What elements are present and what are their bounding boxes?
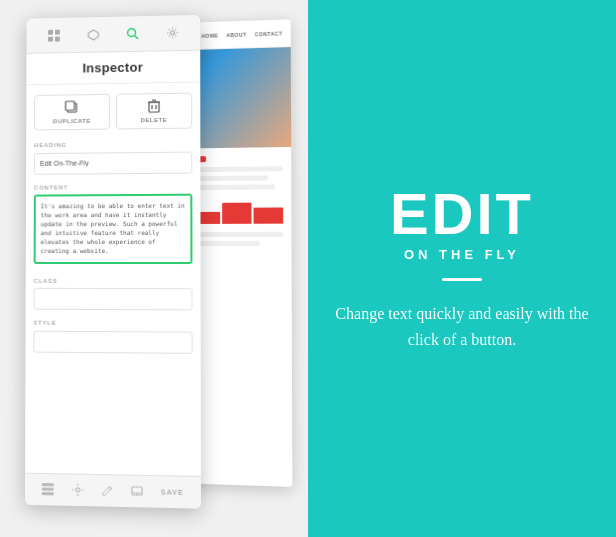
sub-title: ON THE FLY	[404, 247, 520, 262]
nav-item-contact: CONTACT	[255, 30, 283, 37]
svg-point-4	[127, 29, 135, 37]
svg-rect-1	[55, 29, 60, 34]
content-textarea[interactable]: It's amazing to be able to enter text in…	[34, 193, 193, 263]
nav-item-home: HOME	[201, 32, 218, 38]
style-field-group: STYLE	[33, 320, 192, 354]
left-panel: HOME ABOUT CONTACT CKST NESS	[0, 0, 308, 537]
svg-rect-16	[42, 492, 54, 495]
class-field-group: CLASS	[33, 277, 192, 310]
svg-rect-2	[48, 36, 53, 41]
inspector-panel: Inspector DUPLICATE	[25, 15, 201, 509]
right-panel: EDIT ON THE FLY Change text quickly and …	[308, 0, 616, 537]
svg-rect-8	[66, 101, 75, 110]
pencil-icon[interactable]	[101, 484, 113, 498]
heading-field-group: HEADING	[34, 141, 192, 175]
duplicate-label: DUPLICATE	[53, 118, 91, 124]
description: Change text quickly and easily with the …	[333, 301, 591, 352]
style-input[interactable]	[33, 330, 192, 353]
content-label: CONTENT	[34, 183, 192, 190]
delete-label: DELETE	[140, 117, 167, 123]
content-field-group: CONTENT It's amazing to be able to enter…	[34, 183, 193, 267]
cube-icon[interactable]	[84, 25, 102, 43]
svg-rect-3	[55, 36, 60, 41]
delete-button[interactable]: DELETE	[116, 93, 193, 130]
svg-rect-9	[149, 102, 159, 112]
divider	[442, 278, 482, 281]
move-icon[interactable]	[42, 483, 54, 497]
duplicate-button[interactable]: DUPLICATE	[34, 94, 110, 131]
svg-rect-15	[42, 487, 54, 490]
style-label: STYLE	[33, 320, 192, 327]
nav-item-about: ABOUT	[226, 31, 246, 38]
svg-line-5	[134, 36, 137, 40]
inspector-footer: SAVE	[25, 473, 201, 509]
svg-point-17	[75, 487, 79, 491]
svg-rect-14	[42, 483, 54, 486]
grid-icon[interactable]	[45, 26, 63, 44]
search-icon[interactable]	[124, 25, 142, 43]
inspector-title: Inspector	[82, 60, 143, 76]
gear-icon[interactable]	[163, 24, 181, 42]
heading-input[interactable]	[34, 151, 192, 174]
inspector-title-bar: Inspector	[26, 51, 200, 86]
duplicate-icon	[65, 100, 79, 116]
inspector-body: DUPLICATE DELETE	[25, 83, 201, 476]
save-button[interactable]: SAVE	[161, 488, 184, 496]
inspector-toolbar	[26, 15, 200, 54]
class-input[interactable]	[33, 288, 192, 311]
class-label: CLASS	[34, 277, 193, 283]
device-icon[interactable]	[131, 484, 143, 498]
settings-icon[interactable]	[71, 483, 83, 497]
main-title: EDIT	[390, 185, 534, 243]
delete-icon	[148, 99, 160, 115]
svg-point-6	[170, 31, 174, 35]
heading-label: HEADING	[34, 141, 192, 149]
inspector-actions: DUPLICATE DELETE	[34, 93, 192, 131]
svg-rect-0	[48, 29, 53, 34]
